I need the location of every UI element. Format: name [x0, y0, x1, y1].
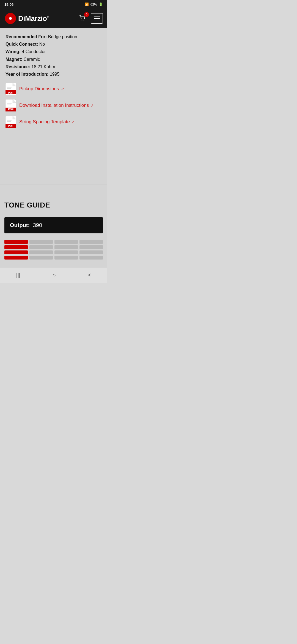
pickup-dimensions-text: Pickup Dimensions ↗ — [19, 86, 64, 92]
magnet-label: Magnet: — [6, 57, 22, 62]
status-right: 📶 62% 🔋 — [85, 2, 103, 6]
tone-bar — [54, 256, 78, 260]
tone-guide-title: TONE GUIDE — [4, 201, 103, 209]
pdf-icon-3: PDF — [6, 116, 16, 128]
svg-text:PDF: PDF — [8, 108, 13, 111]
tone-bar — [79, 245, 103, 249]
tone-bar — [29, 250, 53, 254]
tone-col-4 — [79, 240, 103, 260]
wiring-row: Wiring: 4 Conductor — [6, 48, 102, 55]
recommended-for-value: Bridge position — [48, 34, 77, 39]
menu-line-3 — [94, 20, 100, 20]
status-bar: 15:06 📶 62% 🔋 — [0, 0, 107, 9]
svg-point-11 — [9, 17, 12, 20]
spacer-section — [0, 135, 107, 184]
recommended-for-row: Recommended For: Bridge position — [6, 33, 102, 40]
magnet-row: Magnet: Ceramic — [6, 56, 102, 63]
svg-rect-8 — [5, 18, 7, 19]
svg-rect-4 — [14, 18, 16, 19]
bottom-nav: ||| ○ < — [0, 267, 107, 283]
wiring-label: Wiring: — [6, 49, 21, 54]
installation-instructions-text: Download Installation Instructions ↗ — [19, 103, 94, 108]
tone-bar — [54, 245, 78, 249]
quick-connect-label: Quick Connect: — [6, 42, 38, 47]
cart-badge: 0 — [84, 12, 89, 17]
external-link-icon-3: ↗ — [72, 120, 75, 124]
recents-button[interactable]: ||| — [16, 272, 20, 278]
dimarzio-gear-logo — [4, 12, 16, 24]
wiring-value: 4 Conductor — [22, 49, 46, 54]
tone-bar — [29, 256, 53, 260]
back-button[interactable]: < — [88, 272, 91, 278]
battery-percent: 62% — [90, 2, 97, 6]
tone-col-1 — [4, 240, 28, 260]
tone-bar — [54, 250, 78, 254]
tone-bar — [4, 240, 28, 244]
tone-bar — [79, 250, 103, 254]
external-link-icon-1: ↗ — [61, 87, 64, 91]
output-value: 390 — [33, 222, 42, 228]
product-info-section: Recommended For: Bridge position Quick C… — [0, 28, 107, 135]
wifi-icon: 📶 — [85, 2, 89, 6]
menu-line-2 — [94, 18, 100, 19]
logo-area: DiMarzio® — [4, 12, 49, 24]
tone-col-3 — [54, 240, 78, 260]
svg-text:PDF: PDF — [8, 124, 13, 127]
tone-bar — [4, 245, 28, 249]
header: DiMarzio® 0 — [0, 9, 107, 28]
logo-text: DiMarzio® — [18, 14, 49, 23]
tone-col-2 — [29, 240, 53, 260]
cart-button[interactable]: 0 — [78, 13, 87, 24]
tone-bar — [4, 256, 28, 260]
year-of-intro-row: Year of Introduction: 1995 — [6, 70, 102, 78]
tone-bar — [54, 240, 78, 244]
battery-icon: 🔋 — [99, 2, 103, 6]
svg-text:PDF: PDF — [8, 91, 13, 94]
quick-connect-value: No — [39, 42, 45, 47]
menu-button[interactable] — [91, 13, 103, 24]
installation-instructions-link[interactable]: PDF Download Installation Instructions ↗ — [6, 99, 102, 111]
tone-bar — [29, 245, 53, 249]
resistance-row: Resistance: 18.21 Kohm — [6, 63, 102, 70]
tone-bars-grid — [4, 239, 103, 261]
magnet-value: Ceramic — [24, 57, 40, 62]
tone-bar — [79, 240, 103, 244]
external-link-icon-2: ↗ — [90, 103, 94, 108]
pdf-links-section: PDF Pickup Dimensions ↗ PDF — [6, 83, 102, 128]
tone-bar — [29, 240, 53, 244]
svg-point-13 — [84, 20, 84, 20]
pickup-dimensions-link[interactable]: PDF Pickup Dimensions ↗ — [6, 83, 102, 95]
home-button[interactable]: ○ — [53, 272, 56, 278]
svg-point-12 — [82, 20, 82, 20]
string-spacing-template-link[interactable]: PDF String Spacing Template ↗ — [6, 116, 102, 128]
tone-bar — [79, 256, 103, 260]
status-time: 15:06 — [4, 2, 13, 7]
menu-line-1 — [94, 17, 100, 17]
year-of-intro-value: 1995 — [50, 72, 60, 77]
output-bar: Output: 390 — [4, 217, 103, 233]
tone-guide-section: TONE GUIDE Output: 390 — [0, 184, 107, 267]
string-spacing-template-text: String Spacing Template ↗ — [19, 119, 75, 125]
output-label: Output: — [10, 222, 30, 228]
resistance-value: 18.21 Kohm — [31, 64, 55, 69]
quick-connect-row: Quick Connect: No — [6, 40, 102, 48]
header-right: 0 — [78, 13, 103, 24]
recommended-for-label: Recommended For: — [6, 34, 47, 39]
tone-bar — [4, 250, 28, 254]
resistance-label: Resistance: — [6, 64, 30, 69]
pdf-icon-2: PDF — [6, 99, 16, 111]
pdf-icon-1: PDF — [6, 83, 16, 95]
svg-rect-2 — [10, 13, 11, 15]
svg-rect-6 — [10, 22, 11, 24]
year-of-intro-label: Year of Introduction: — [6, 72, 48, 77]
